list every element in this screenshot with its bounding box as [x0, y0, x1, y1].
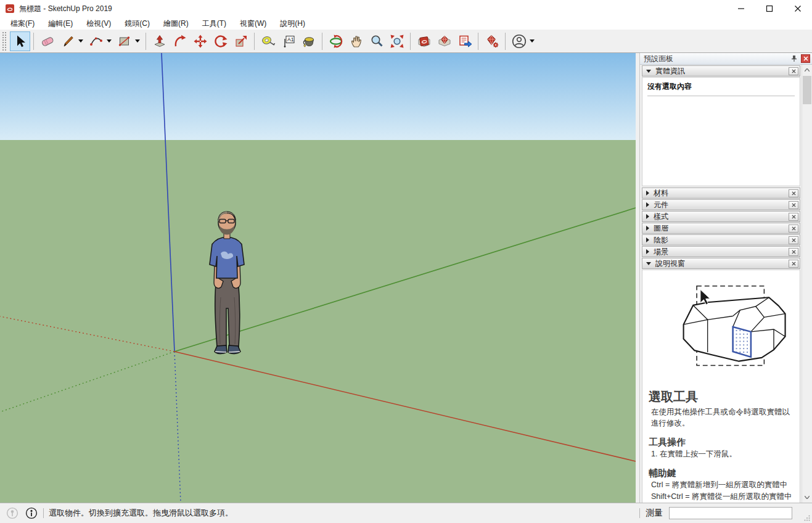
toolbar-separator: [146, 33, 146, 50]
menu-draw[interactable]: 繪圖(R): [157, 17, 195, 30]
section-close-icon[interactable]: [789, 213, 798, 221]
resize-grip-icon[interactable]: [804, 515, 810, 521]
section-close-icon[interactable]: [789, 67, 798, 75]
rectangle-tool-button[interactable]: [114, 31, 134, 51]
toolbar-separator: [254, 33, 255, 50]
window-title: 無標題 - SketchUp Pro 2019: [19, 4, 112, 14]
section-components[interactable]: 元件: [642, 199, 800, 210]
ground-plane: [0, 140, 636, 503]
push-pull-icon: [152, 34, 167, 49]
extension-warehouse-icon: [437, 34, 452, 49]
paint-bucket-tool-button[interactable]: [298, 31, 319, 51]
tray-body: 實體資訊 沒有選取內容 材料 元件 樣式 圖層: [640, 65, 802, 503]
section-close-icon[interactable]: [789, 201, 798, 209]
geolocation-icon[interactable]: [6, 506, 19, 520]
send-to-layout-button[interactable]: [454, 31, 475, 51]
section-materials[interactable]: 材料: [642, 187, 800, 199]
tape-measure-icon: [261, 34, 276, 49]
section-close-icon[interactable]: [789, 189, 798, 197]
section-entity-info[interactable]: 實體資訊: [642, 65, 800, 76]
expand-arrow-icon: [646, 202, 649, 207]
maximize-icon[interactable]: [755, 0, 784, 17]
zoom-extents-tool-button[interactable]: [387, 31, 407, 51]
section-layers[interactable]: 圖層: [642, 223, 800, 234]
credits-icon[interactable]: [25, 506, 38, 520]
sign-in-dropdown-icon[interactable]: [530, 39, 535, 43]
orbit-icon: [329, 34, 343, 49]
menu-edit[interactable]: 編輯(E): [41, 17, 80, 30]
pan-tool-button[interactable]: [346, 31, 366, 51]
rectangle-tool-dropdown-icon[interactable]: [135, 39, 140, 43]
extension-manager-button[interactable]: [482, 31, 502, 51]
expand-arrow-icon: [646, 237, 649, 242]
instructor-title: 選取工具: [649, 389, 794, 405]
eraser-tool-button[interactable]: [37, 31, 57, 51]
toolbar-drag-handle[interactable]: [2, 32, 6, 51]
extension-warehouse-button[interactable]: [434, 31, 454, 51]
orbit-tool-button[interactable]: [326, 31, 346, 51]
line-tool-button[interactable]: [57, 31, 78, 51]
toolbar-separator: [322, 33, 322, 50]
line-tool-dropdown-icon[interactable]: [78, 39, 83, 43]
default-tray-panel: 預設面板 實體資訊 沒有選取內容 材料 元件: [639, 53, 812, 503]
toolbar-separator: [478, 33, 478, 50]
expand-arrow-icon: [646, 226, 649, 231]
section-close-icon[interactable]: [789, 248, 798, 256]
tray-close-icon[interactable]: [801, 54, 810, 63]
measurements-input[interactable]: [669, 507, 792, 519]
panel-scrollbar[interactable]: [802, 65, 812, 503]
3d-warehouse-button[interactable]: [414, 31, 434, 51]
statusbar-separator: [43, 508, 44, 518]
section-close-icon[interactable]: [789, 224, 798, 233]
arc-tool-button[interactable]: [86, 31, 106, 51]
text-tool-button[interactable]: A1: [278, 31, 298, 51]
zoom-icon: [369, 34, 384, 49]
scale-tool-button[interactable]: [231, 31, 251, 51]
scroll-down-icon[interactable]: [802, 492, 812, 503]
sign-in-button[interactable]: [509, 31, 529, 51]
scrollbar-thumb[interactable]: [803, 76, 811, 104]
toolbar-separator: [33, 33, 34, 50]
no-selection-message: 沒有選取內容: [647, 81, 795, 96]
move-tool-button[interactable]: [190, 31, 210, 51]
select-tool-illustration: [649, 275, 799, 381]
section-instructor[interactable]: 說明視窗: [642, 258, 800, 269]
menu-view[interactable]: 檢視(V): [80, 17, 118, 30]
section-shadows[interactable]: 陰影: [642, 234, 800, 245]
section-label: 實體資訊: [655, 66, 789, 76]
expand-arrow-icon: [646, 249, 649, 254]
instructor-modifier-item: Shift+Ctrl = 將實體從一組所選取的實體中除去: [651, 491, 794, 504]
rotate-tool-button[interactable]: [210, 31, 231, 51]
menu-tools[interactable]: 工具(T): [195, 17, 233, 30]
section-scenes[interactable]: 場景: [642, 246, 800, 257]
section-label: 陰影: [654, 235, 789, 245]
user-avatar-icon: [511, 33, 527, 49]
zoom-tool-button[interactable]: [366, 31, 387, 51]
measurements-area: 測量: [639, 503, 792, 523]
arc-tool-dropdown-icon[interactable]: [107, 39, 112, 43]
menu-bar: 檔案(F) 編輯(E) 檢視(V) 鏡頭(C) 繪圖(R) 工具(T) 視窗(W…: [0, 17, 812, 30]
instructor-operation-item: 1. 在實體上按一下滑鼠。: [651, 448, 794, 459]
viewport-canvas[interactable]: [0, 53, 636, 503]
instructor-description: 在使用其他操作工具或命令時選取實體以進行修改。: [651, 406, 794, 429]
tape-measure-tool-button[interactable]: [258, 31, 278, 51]
minimize-icon[interactable]: [727, 0, 755, 17]
menu-window[interactable]: 視窗(W): [233, 17, 273, 30]
scroll-up-icon[interactable]: [802, 65, 812, 75]
send-to-layout-icon: [457, 34, 472, 49]
toolbar-separator: [505, 33, 506, 50]
menu-file[interactable]: 檔案(F): [4, 17, 41, 30]
section-close-icon[interactable]: [789, 260, 798, 268]
section-styles[interactable]: 樣式: [642, 211, 800, 222]
menu-camera[interactable]: 鏡頭(C): [118, 17, 157, 30]
menu-help[interactable]: 說明(H): [273, 17, 312, 30]
section-close-icon[interactable]: [789, 236, 798, 244]
status-bar: 選取物件。切換到擴充選取。拖曳滑鼠以選取多項。 測量: [0, 503, 812, 523]
close-icon[interactable]: [784, 0, 812, 17]
modeling-viewport[interactable]: [0, 53, 636, 503]
follow-me-tool-button[interactable]: [170, 31, 190, 51]
pin-icon[interactable]: [789, 54, 799, 64]
push-pull-tool-button[interactable]: [149, 31, 170, 51]
select-tool-button[interactable]: [10, 31, 30, 51]
status-message: 選取物件。切換到擴充選取。拖曳滑鼠以選取多項。: [49, 508, 233, 519]
